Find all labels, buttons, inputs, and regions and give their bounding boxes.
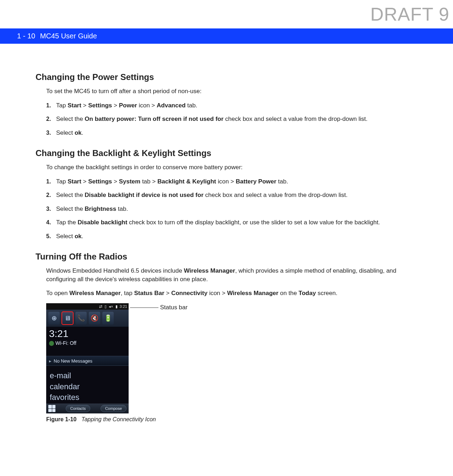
bold: Disable backlight if device is not used … [85,192,203,198]
text: > [81,178,88,185]
bold: Connectivity [171,290,207,296]
bold: Wireless Manager [69,290,120,296]
backlight-step-5: Select ok. [46,232,417,241]
bold: Start [68,178,81,185]
guide-title: MC45 User Guide [40,32,97,40]
page-header: 1 - 10 MC45 User Guide [0,28,453,44]
bold: ok [75,233,82,240]
phone-icon: 📞 [75,312,87,325]
text: tab > [140,178,157,185]
backlight-step-3: Select the Brightness tab. [46,205,417,214]
signal-icon: ⇄ [99,304,102,309]
bold: Wireless Manager [184,267,235,274]
bold: Battery Power [236,178,276,185]
text: > [81,102,88,109]
softkey-contacts: Contacts [66,405,90,412]
text: . [82,233,83,240]
backlight-step-1: Tap Start > Settings > System tab > Back… [46,177,417,186]
link-calendar: calendar [50,382,125,392]
messages-label: No New Messages [54,358,92,364]
bold: Wireless Manager [227,290,278,296]
bold: Power [119,102,137,109]
text: icon > [207,290,227,296]
figure-number: Figure 1-10 [46,416,76,422]
text: Windows Embedded Handheld 6.5 devices in… [46,267,184,274]
callout-label: Status bar [160,304,188,311]
section-backlight-intro: To change the backlight settings in orde… [46,163,417,172]
caret-icon: ▸ [49,358,52,364]
bold: Advanced [157,102,185,109]
glass-icon-row: ⊕ 🖥 📞 🔇 🔋 [46,310,129,327]
figure-caption: Figure 1-10Tapping the Connectivity Icon [46,416,417,423]
statusbar-callout: Status bar [130,303,188,311]
bold: On battery power: Turn off screen if not… [85,116,223,122]
bold: Status Bar [134,290,164,296]
section-radios-intro: Windows Embedded Handheld 6.5 devices in… [46,267,417,284]
battery-tile-icon: 🔋 [102,312,114,325]
section-radios-title: Turning Off the Radios [36,252,417,262]
text: Tap [56,178,68,185]
section-radios-open: To open Wireless Manager, tap Status Bar… [46,289,417,298]
text: Tap the [56,219,78,226]
link-email: e-mail [50,371,125,381]
bold: System [119,178,140,185]
section-backlight-steps: Tap Start > Settings > System tab > Back… [46,177,417,241]
home-links: e-mail calendar favorites [50,371,125,403]
backlight-step-2: Select the Disable backlight if device i… [46,191,417,200]
section-power-intro: To set the MC45 to turn off after a shor… [46,87,417,96]
text: Tap [56,102,68,109]
softkey-compose: Compose [101,405,126,412]
wifi-dot-icon [49,341,54,346]
bold: Today [298,290,316,296]
backlight-step-4: Tap the Disable backlight check box to t… [46,218,417,227]
power-step-1: Tap Start > Settings > Power icon > Adva… [46,101,417,110]
text: Select [56,233,75,240]
device-screenshot: ⇄ ▯ ◂× ▮ 3:21 ⊕ 🖥 📞 🔇 🔋 3:21 Wi-Fi: Off … [46,303,129,413]
speaker-icon: 🔇 [89,312,100,325]
section-power-steps: Tap Start > Settings > Power icon > Adva… [46,101,417,138]
power-step-2: Select the On battery power: Turn off sc… [46,115,417,124]
text: . [82,129,83,136]
wifi-label: Wi-Fi: Off [55,340,76,346]
page-number: 1 - 10 [17,32,35,40]
network-icon: ▯ [104,304,107,309]
text: To open [46,290,69,296]
text: icon > [137,102,157,109]
bold: Brightness [85,205,116,212]
text: icon > [216,178,236,185]
text: Select the [56,116,85,122]
link-favorites: favorites [50,392,125,403]
text: tab. [185,102,197,109]
text: Select the [56,205,85,212]
soft-key-bar: Contacts Compose [46,403,129,413]
text: Select the [56,192,85,198]
text: on the [279,290,299,296]
zoom-icon: ⊕ [48,312,60,325]
text: check box to turn off the display backli… [127,219,380,226]
text: check box and select a value from the dr… [223,116,367,122]
section-power-title: Changing the Power Settings [36,72,417,82]
text: screen. [316,290,337,296]
messages-row: ▸ No New Messages [46,356,129,366]
text: > [165,290,171,296]
bold: Disable backlight [78,219,128,226]
figure-title: Tapping the Connectivity Icon [81,416,156,422]
bold: Start [68,102,81,109]
section-backlight-title: Changing the Backlight & Keylight Settin… [36,148,417,158]
bold: ok [75,129,82,136]
bold: Settings [88,178,112,185]
bold: Backlight & Keylight [157,178,216,185]
device-statusbar: ⇄ ▯ ◂× ▮ 3:21 [46,303,129,310]
battery-icon: ▮ [115,304,118,309]
connectivity-icon: 🖥 [62,312,73,325]
callout-line [130,307,158,308]
wifi-status: Wi-Fi: Off [49,340,76,346]
home-clock: 3:21 [49,328,69,339]
text: > [112,178,119,185]
page-content: Changing the Power Settings To set the M… [0,44,453,437]
status-time: 3:21 [120,304,127,309]
text: Select [56,129,75,136]
text: tab. [116,205,128,212]
windows-logo-icon [48,405,55,412]
text: > [112,102,119,109]
